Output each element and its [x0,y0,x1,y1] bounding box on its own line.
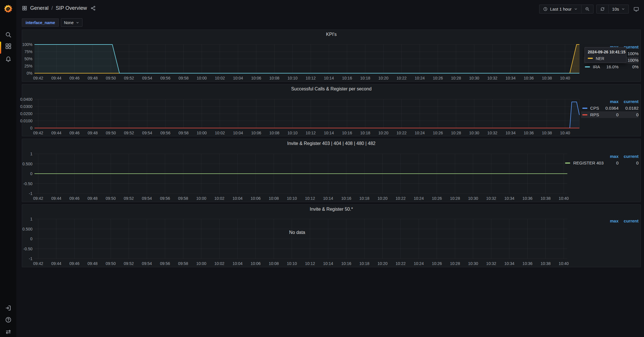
y-axis-tick-label: 0.0400 [16,97,32,102]
apps-grid-icon [22,5,27,11]
x-axis-tick-label: 10:06 [251,261,261,266]
legend-header-max[interactable]: max [600,98,618,105]
x-axis-tick-label: 10:20 [378,131,388,135]
x-axis-tick-label: 10:28 [451,131,461,135]
dashboards-grid-icon[interactable] [5,43,12,50]
search-icon[interactable] [5,31,12,38]
chart-plot [22,30,641,82]
x-axis-tick-label: 09:58 [178,196,188,201]
legend-header-row: maxcurrent [564,153,639,160]
cycle-view-mode-button[interactable] [632,5,641,13]
legend: maxcurrentCPS0.03640.0182RPS00 [581,98,639,118]
legend-header-max[interactable]: max [605,218,618,224]
x-axis-tick-label: 10:00 [197,131,207,135]
x-axis-tick-label: 10:08 [269,76,279,80]
x-axis-tick-label: 10:14 [324,131,334,135]
x-axis-tick-label: 10:30 [468,261,478,266]
x-axis-tick-label: 10:38 [541,196,551,201]
x-axis-tick-label: 10:40 [560,131,570,135]
legend-header-spacer [564,153,605,160]
breadcrumb: General / SIP Overview [22,5,96,11]
breadcrumb-section[interactable]: General [30,5,49,11]
sign-in-icon[interactable] [5,305,12,311]
x-axis-tick-label: 09:42 [33,261,43,266]
y-axis-tick-label: 0 [16,126,32,130]
legend-series-marker [585,66,590,67]
y-axis-tick-label: 0% [16,71,32,75]
x-axis-tick-label: 09:58 [179,131,189,135]
x-axis-tick-label: 10:36 [523,261,533,266]
breadcrumb-page[interactable]: SIP Overview [56,5,87,11]
x-axis-tick-label: 09:56 [160,196,170,201]
x-axis-tick-label: 10:00 [197,76,207,80]
zoom-out-button[interactable] [581,5,593,13]
x-axis-tick-label: 10:32 [487,131,497,135]
x-axis-tick-label: 09:56 [160,261,170,266]
x-axis-tick-label: 10:22 [397,131,407,135]
legend-header-current[interactable]: current [618,218,639,224]
tooltip-series-name: NER [596,56,604,61]
x-axis-tick-label: 10:16 [341,261,351,266]
x-axis-tick-label: 10:32 [486,196,496,201]
legend-header-row: maxcurrent [604,218,639,224]
x-axis-tick-label: 10:30 [469,131,479,135]
refresh-button[interactable] [597,5,608,13]
x-axis-tick-label: 10:36 [524,131,534,135]
variable-value: None [64,20,74,25]
x-axis-tick-label: 10:22 [396,261,406,266]
x-axis-tick-label: 09:50 [106,76,116,80]
panel-title[interactable]: Invite & Register 403 | 404 | 408 | 480 … [22,141,641,146]
tooltip-series-marker [588,58,593,59]
panel-title[interactable]: Invite & Register 50.* [22,207,641,212]
variable-value-picker[interactable]: None [61,18,82,27]
panel-title[interactable]: Successful Calls & Register per second [22,86,641,92]
refresh-interval-picker[interactable]: 10s [608,5,628,13]
y-axis-tick-label: 0 [16,171,32,176]
legend-header-row: maxcurrent [581,98,639,105]
x-axis-tick-label: 10:22 [397,76,407,80]
x-axis-tick-label: 10:18 [360,76,370,80]
y-axis-tick-label: 0 [16,237,32,241]
legend-max-value: 0 [605,160,618,166]
time-range-picker[interactable]: Last 1 hour [539,5,581,13]
legend-series-label[interactable]: CPS [581,105,600,111]
legend-series-label[interactable]: IRA [584,63,601,70]
x-axis-tick-label: 10:24 [415,131,425,135]
x-axis-tick-label: 10:18 [359,261,370,266]
y-axis-tick-label: 1 [16,152,32,156]
x-axis-tick-label: 09:52 [124,131,134,135]
share-icon[interactable] [90,5,96,11]
grafana-logo[interactable] [4,4,13,13]
x-axis-tick-label: 10:26 [432,196,442,201]
x-axis-tick-label: 10:02 [215,131,225,135]
x-axis-tick-label: 10:38 [541,261,551,266]
x-axis-tick-label: 09:52 [124,261,134,266]
legend-row: REGISTER 40300 [564,160,639,166]
x-axis-tick-label: 09:44 [51,76,61,80]
chart-plot [22,139,641,202]
x-axis-tick-label: 10:40 [559,196,569,201]
legend-series-label[interactable]: RPS [581,111,600,118]
x-axis-tick-label: 09:54 [142,131,152,135]
legend-series-label[interactable]: REGISTER 403 [564,160,605,166]
swap-arrows-icon[interactable] [5,328,12,335]
panel-title[interactable]: KPI's [22,32,641,37]
magnifier-zoom-out-icon [585,7,590,11]
x-axis-tick-label: 10:12 [305,196,315,201]
y-axis-tick-label: 50% [16,57,32,61]
x-axis-tick-label: 09:44 [51,131,61,135]
x-axis-tick-label: 10:04 [233,76,243,80]
chevron-down-icon [574,7,578,11]
help-circle-icon[interactable] [5,316,12,323]
legend-max-value: 0.0364 [600,105,618,111]
legend-header-current[interactable]: current [618,98,639,105]
y-axis-tick-label: 25% [16,64,32,68]
legend-row: CPS0.03640.0182 [581,105,639,111]
alerting-bell-icon[interactable] [5,55,12,62]
legend-header-max[interactable]: max [605,153,618,160]
x-axis-tick-label: 10:04 [233,131,243,135]
legend-header-current[interactable]: current [618,153,639,160]
x-axis-tick-label: 09:58 [179,76,189,80]
series-line [34,102,579,128]
x-axis-tick-label: 09:42 [33,196,43,201]
